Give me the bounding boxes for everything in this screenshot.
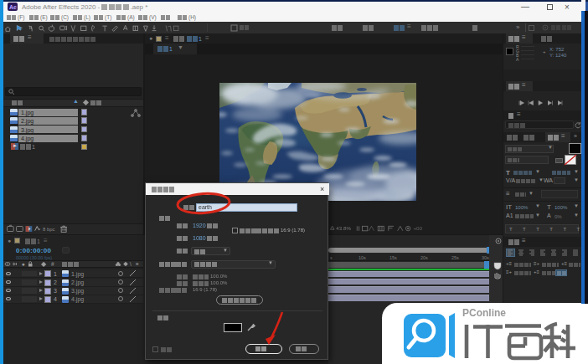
svg-text:PConline: PConline (462, 307, 506, 319)
svg-text:≡: ≡ (136, 261, 139, 267)
svg-text:+00: +00 (413, 225, 422, 231)
svg-text:#: # (51, 261, 54, 267)
svg-text:\: \ (130, 261, 132, 267)
svg-text:●: ● (22, 261, 25, 267)
svg-text:43.8%: 43.8% (336, 225, 351, 231)
svg-text:8 bpc: 8 bpc (43, 227, 55, 232)
